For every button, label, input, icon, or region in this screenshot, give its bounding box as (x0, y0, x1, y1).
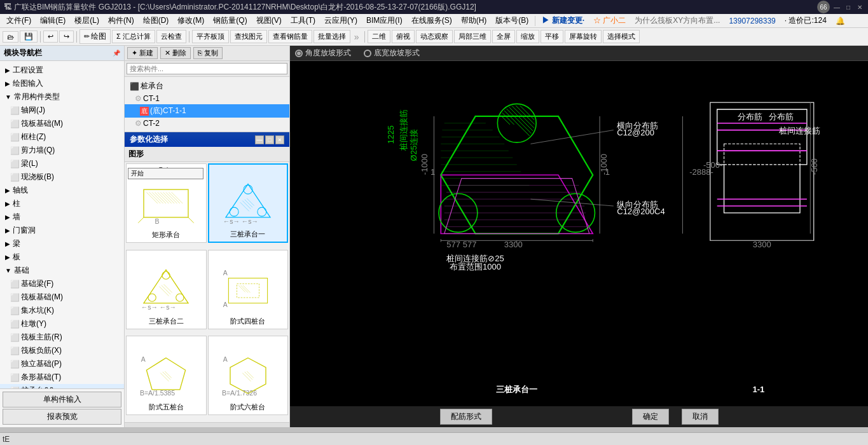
toolbar-undo[interactable]: ↩ (43, 31, 58, 43)
sidebar-item-drawing[interactable]: ▶ 绘图输入 (0, 77, 124, 90)
panel-minimize-btn[interactable]: — (255, 135, 264, 144)
sidebar-item-raft-main[interactable]: ⬜ 筏板主筋(R) (0, 331, 124, 344)
menu-help[interactable]: 帮助(H) (457, 14, 491, 27)
scroll-indicator (125, 422, 289, 427)
sidebar-item-pier[interactable]: ⬜ 柱墩(Y) (0, 317, 124, 331)
view-mode-btn[interactable]: 俯视 (392, 30, 415, 43)
menu-file[interactable]: 文件(F) (3, 14, 35, 27)
component-icon: ⬜ (10, 306, 20, 315)
select-mode-btn[interactable]: 选择模式 (603, 30, 640, 43)
sidebar-item-slab[interactable]: ⬜ 现浇板(B) (0, 170, 124, 184)
sidebar-item-pile-cap[interactable]: ⬜ 桩承台(V) (0, 384, 124, 388)
minimize-button[interactable]: — (832, 3, 841, 11)
sidebar-item-opening[interactable]: ▶ 门窗洞 (0, 224, 124, 237)
search-input[interactable] (127, 63, 287, 74)
screen-rotate-btn[interactable]: 屏幕旋转 (565, 30, 602, 43)
svg-text:-1000: -1000 (420, 154, 429, 175)
batch-btn[interactable]: 批量选择 (313, 30, 350, 43)
arrow-icon: ▶ (5, 214, 10, 221)
sidebar-item-foundation-beam[interactable]: ⬜ 基础梁(F) (0, 277, 124, 291)
sidebar-item-slab-group[interactable]: ▶ 板 (0, 250, 124, 264)
sidebar-item-common[interactable]: ▼ 常用构件类型 (0, 90, 124, 104)
shape-tri-cap-2[interactable]: ←s→ ←s→ 三桩承台二 (126, 250, 207, 329)
menu-edit[interactable]: 编辑(E) (36, 14, 69, 27)
svg-line-9 (163, 192, 175, 203)
component-icon: ⬜ (10, 146, 20, 155)
tree-ct2[interactable]: ⚙ CT-2 (125, 118, 289, 129)
shape-rect-cap[interactable]: Poi... 开始 B (126, 163, 207, 243)
panel-maximize-btn[interactable]: □ (265, 135, 274, 144)
copy-component-btn[interactable]: ⎘ 复制 (193, 47, 223, 59)
single-input-btn[interactable]: 单构件输入 (3, 392, 121, 407)
cloud-btn[interactable]: 云检查 (156, 30, 186, 43)
menu-version[interactable]: 版本号(B) (492, 14, 532, 27)
new-component-btn[interactable]: ✦ 新建 (127, 47, 158, 59)
menu-view[interactable]: 视图(V) (252, 14, 286, 27)
cad-view[interactable]: 3300 577 577 -1000 -1000 桩间连接筋 Ø25连接 122… (290, 61, 868, 406)
confirm-btn[interactable]: 确定 (632, 409, 669, 425)
app-icon: 🏗 (4, 3, 11, 11)
new-change-btn[interactable]: ▶ 新建变更· (538, 14, 588, 27)
pan-btn[interactable]: 平移 (541, 30, 563, 43)
sidebar-item-foundation[interactable]: ▼ 基础 (0, 264, 124, 277)
tree-ct1-1[interactable]: 底 (底)CT-1-1 (125, 104, 289, 118)
menu-bim[interactable]: BIM应用(I) (362, 14, 406, 27)
toolbar-save[interactable]: 💾 (20, 31, 38, 43)
cancel-btn[interactable]: 取消 (682, 409, 719, 425)
sidebar-item-raft[interactable]: ⬜ 筏板基础(M) (0, 117, 124, 130)
sidebar-item-wall-group[interactable]: ▶ 墙 (0, 210, 124, 224)
maximize-button[interactable]: □ (844, 3, 853, 11)
tree-ct1[interactable]: ⚙ CT-1 (125, 93, 289, 104)
menu-draw[interactable]: 绘图(D) (139, 14, 173, 27)
close-button[interactable]: ✕ (855, 3, 864, 11)
find-dim-btn[interactable]: 查找图元 (230, 30, 267, 43)
sidebar-item-beam[interactable]: ⬜ 梁(L) (0, 157, 124, 170)
sidebar-item-strip[interactable]: ⬜ 条形基础(T) (0, 371, 124, 384)
shape-step-6[interactable]: A B=A/1.7326 阶式六桩台 (208, 336, 289, 415)
sidebar-item-beam-group[interactable]: ▶ 梁 (0, 237, 124, 250)
sidebar-item-engineering[interactable]: ▶ 工程设置 (0, 64, 124, 77)
sidebar-item-sump[interactable]: ⬜ 集水坑(K) (0, 304, 124, 317)
view-rebar-btn[interactable]: 查看钢筋量 (268, 30, 312, 43)
sidebar-item-col-group[interactable]: ▶ 柱 (0, 197, 124, 210)
pei-jin-btn[interactable]: 配筋形式 (440, 409, 492, 425)
sidebar-item-raft2[interactable]: ⬜ 筏板基础(M) (0, 291, 124, 304)
sum-btn[interactable]: Σ 汇总计算 (112, 30, 155, 43)
delete-component-btn[interactable]: ✕ 删除 (160, 47, 191, 59)
sidebar-item-column[interactable]: ⬜ 框柱(Z) (0, 130, 124, 144)
menu-cloud[interactable]: 云应用(Y) (320, 14, 361, 27)
guangxiao-btn[interactable]: ☆ 广小二 (589, 14, 630, 27)
sidebar-item-isolated[interactable]: ⬜ 独立基础(P) (0, 357, 124, 371)
tree-pile-cap[interactable]: ⬛ 桩承台 (125, 79, 289, 93)
option-angle[interactable]: 角度放坡形式 (295, 48, 351, 58)
fullscreen-btn[interactable]: 全屏 (492, 30, 515, 43)
report-preview-btn[interactable]: 报表预览 (3, 409, 121, 425)
menu-tools[interactable]: 工具(T) (287, 14, 319, 27)
sidebar-item-axis[interactable]: ⬜ 轴网(J) (0, 104, 124, 117)
menu-modify[interactable]: 修改(M) (174, 14, 208, 27)
zoom-btn[interactable]: 缩放 (516, 30, 539, 43)
toolbar-new[interactable]: 🗁 (3, 31, 18, 43)
menu-component[interactable]: 构件(N) (104, 14, 138, 27)
draw-btn[interactable]: ✏ 绘图 (79, 29, 111, 44)
menu-online[interactable]: 在线服务(S) (408, 14, 456, 27)
2d-btn[interactable]: 二维 (368, 30, 390, 43)
sep3 (189, 31, 189, 43)
panel-close-btn[interactable]: × (275, 135, 284, 144)
shape-tri-cap-1[interactable]: ←s→ ←s→ 三桩承台一 (208, 163, 289, 243)
dynamic-view-btn[interactable]: 动态观察 (416, 30, 453, 43)
sidebar-pin[interactable]: 📌 (113, 50, 120, 57)
flat-btn[interactable]: 平齐板顶 (192, 30, 229, 43)
sidebar-item-shear-wall[interactable]: ⬜ 剪力墙(Q) (0, 144, 124, 157)
shape-step-4[interactable]: A A 阶式四桩台 (208, 250, 289, 329)
menu-rebar[interactable]: 钢筋量(Q) (209, 14, 251, 27)
toolbar-redo[interactable]: ↪ (59, 31, 74, 43)
option-width[interactable]: 底宽放坡形式 (364, 48, 420, 58)
sidebar-item-raft-neg[interactable]: ⬜ 筏板负筋(X) (0, 344, 124, 357)
title-text: 🏗 广联达BIM钢筋算量软件 GGJ2013 - [C:\Users\Admin… (4, 2, 476, 13)
sidebar-item-axis-group[interactable]: ▶ 轴线 (0, 184, 124, 197)
component-icon: ⬜ (10, 160, 20, 168)
local3d-btn[interactable]: 局部三维 (454, 30, 491, 43)
menu-floor[interactable]: 楼层(L) (71, 14, 103, 27)
shape-step-5[interactable]: A B=A/1.5385 阶式五桩台 (126, 336, 207, 415)
